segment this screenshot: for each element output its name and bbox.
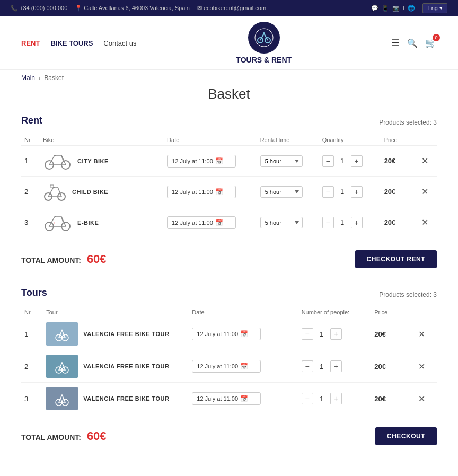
header: RENT BIKE TOURS Contact us TOURS & RENT … <box>0 16 458 70</box>
row-price: 20€ <box>371 383 415 415</box>
calendar-icon: 📅 <box>215 188 223 196</box>
qty-control: − 1 + <box>302 360 368 372</box>
language-selector[interactable]: Eng ▾ <box>422 3 447 13</box>
qty-decrement[interactable]: − <box>302 360 313 372</box>
row-remove[interactable]: ✕ <box>415 350 437 383</box>
qty-value: 1 <box>336 218 349 226</box>
rent-section: Rent Products selected: 3 Nr Bike Date R… <box>21 115 437 277</box>
rent-total-row: TOTAL AMOUNT: 60€ CHECKOUT RENT <box>21 242 437 277</box>
row-date[interactable]: 12 July at 11:00 📅 <box>189 318 298 350</box>
top-bar-address: 📍 Calle Avellanas 6, 46003 Valencia, Spa… <box>75 5 190 12</box>
svg-point-0 <box>255 29 273 47</box>
tours-total-row: TOTAL AMOUNT: 60€ CHECKOUT <box>21 419 437 454</box>
date-input[interactable]: 12 July at 11:00 📅 <box>167 155 236 168</box>
table-row: 2 VALENCIA FREE BIKE TOUR 12 July at 11:… <box>21 350 437 383</box>
top-bar-email: ✉ ecobikerent@gmail.com <box>197 5 266 12</box>
phone-icon[interactable]: 📱 <box>382 5 389 12</box>
tripadvisor-icon[interactable]: 🌐 <box>408 5 415 12</box>
qty-increment[interactable]: + <box>351 186 363 198</box>
nav-rent[interactable]: RENT <box>21 39 40 47</box>
table-row: 3 VALENCIA FREE BIKE TOUR 12 July at 11:… <box>21 383 437 415</box>
row-date[interactable]: 12 July at 11:00 📅 <box>189 350 298 383</box>
nav-contact[interactable]: Contact us <box>103 39 136 47</box>
col-date: Date <box>164 135 257 146</box>
row-date[interactable]: 12 July at 11:00 📅 <box>189 383 298 415</box>
qty-control: − 1 + <box>322 155 378 167</box>
qty-increment[interactable]: + <box>330 360 342 372</box>
qty-decrement[interactable]: − <box>322 186 334 198</box>
main-content: Basket Rent Products selected: 3 Nr Bike… <box>0 86 458 476</box>
remove-button[interactable]: ✕ <box>418 329 425 339</box>
search-button[interactable]: 🔍 <box>407 38 418 48</box>
row-date[interactable]: 12 July at 11:00 📅 <box>164 146 257 177</box>
rental-select[interactable]: 5 hour 1 hour 2 hour 3 hour 4 hour <box>260 186 303 198</box>
nav-bike-tours[interactable]: BIKE TOURS <box>50 39 93 47</box>
qty-increment[interactable]: + <box>351 155 363 167</box>
remove-button[interactable]: ✕ <box>418 362 425 372</box>
checkout-tours-button[interactable]: CHECKOUT <box>375 427 437 445</box>
whatsapp-icon[interactable]: 💬 <box>371 5 378 12</box>
row-price: 20€ <box>381 207 418 238</box>
row-remove[interactable]: ✕ <box>415 318 437 350</box>
calendar-icon: 📅 <box>240 395 248 402</box>
facebook-icon[interactable]: f <box>403 5 404 12</box>
tour-image <box>46 387 78 410</box>
calendar-icon: 📅 <box>240 363 248 370</box>
qty-increment[interactable]: + <box>351 217 363 228</box>
qty-increment[interactable]: + <box>330 328 342 340</box>
row-nr: 1 <box>21 146 40 177</box>
row-remove[interactable]: ✕ <box>418 146 437 177</box>
tour-col-price: Price <box>371 307 415 318</box>
row-date[interactable]: 12 July at 11:00 📅 <box>164 177 257 207</box>
calendar-icon: 📅 <box>215 157 223 165</box>
rental-select[interactable]: 5 hour 1 hour 2 hour 3 hour 4 hour <box>260 217 303 228</box>
date-input[interactable]: 12 July at 11:00 📅 <box>192 360 261 373</box>
qty-decrement[interactable]: − <box>302 328 313 340</box>
rent-total-amount: 60€ <box>87 252 107 266</box>
date-input[interactable]: 12 July at 11:00 📅 <box>192 328 261 340</box>
row-remove[interactable]: ✕ <box>418 207 437 238</box>
qty-value: 1 <box>336 188 349 196</box>
row-nr: 3 <box>21 383 43 415</box>
tours-section: Tours Products selected: 3 Nr Tour Date … <box>21 287 437 454</box>
svg-text:E: E <box>54 221 56 225</box>
date-input[interactable]: 12 July at 11:00 📅 <box>167 186 236 198</box>
remove-button[interactable]: ✕ <box>421 217 428 227</box>
col-nr: Nr <box>21 135 40 146</box>
date-input[interactable]: 12 July at 11:00 📅 <box>192 392 261 405</box>
row-rental[interactable]: 5 hour 1 hour 2 hour 3 hour 4 hour <box>257 177 319 207</box>
qty-control: − 1 + <box>322 186 378 198</box>
row-nr: 2 <box>21 177 40 207</box>
qty-decrement[interactable]: − <box>322 155 334 167</box>
date-input[interactable]: 12 July at 11:00 📅 <box>167 216 236 229</box>
row-rental[interactable]: 5 hour 1 hour 2 hour 3 hour 4 hour <box>257 207 319 238</box>
checkout-rent-button[interactable]: CHECKOUT RENT <box>355 250 437 268</box>
row-remove[interactable]: ✕ <box>415 383 437 415</box>
tour-col-remove <box>415 307 437 318</box>
rental-select[interactable]: 5 hour 1 hour 2 hour 3 hour 4 hour <box>260 155 303 167</box>
remove-button[interactable]: ✕ <box>421 156 428 166</box>
qty-decrement[interactable]: − <box>322 217 334 228</box>
header-actions: ☰ 🔍 🛒 0 <box>391 37 437 49</box>
row-remove[interactable]: ✕ <box>418 177 437 207</box>
rent-section-title: Rent <box>21 115 42 126</box>
remove-button[interactable]: ✕ <box>418 394 425 404</box>
row-rental[interactable]: 5 hour 1 hour 2 hour 3 hour 4 hour <box>257 146 319 177</box>
instagram-icon[interactable]: 📷 <box>392 5 400 12</box>
row-qty: − 1 + <box>319 177 381 207</box>
qty-decrement[interactable]: − <box>302 393 313 404</box>
row-date[interactable]: 12 July at 11:00 📅 <box>164 207 257 238</box>
tours-section-title: Tours <box>21 287 47 298</box>
row-qty: − 1 + <box>319 207 381 238</box>
tour-col-nr: Nr <box>21 307 43 318</box>
table-row: 1 VALENCIA FREE BIKE TOUR 12 July at 11:… <box>21 318 437 350</box>
qty-increment[interactable]: + <box>330 393 342 404</box>
calendar-icon: 📅 <box>215 219 223 226</box>
tour-name: VALENCIA FREE BIKE TOUR <box>83 363 169 369</box>
remove-button[interactable]: ✕ <box>421 187 428 197</box>
tour-name: VALENCIA FREE BIKE TOUR <box>83 331 169 337</box>
breadcrumb-home[interactable]: Main <box>21 74 35 82</box>
row-price: 20€ <box>371 318 415 350</box>
cart-button[interactable]: 🛒 0 <box>425 37 437 49</box>
menu-button[interactable]: ☰ <box>391 37 400 49</box>
